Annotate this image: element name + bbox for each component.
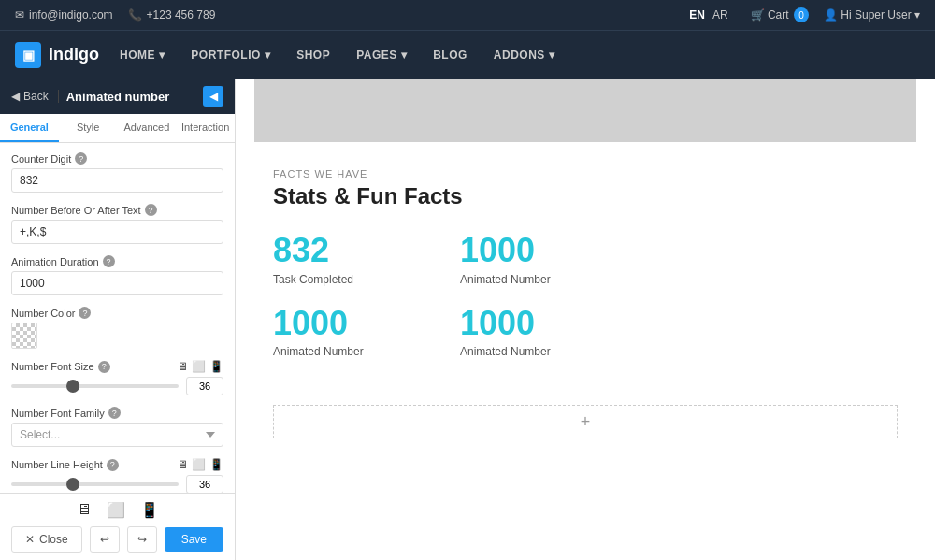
device-icons-line-height: 🖥 ⬜ 📱 xyxy=(177,458,223,471)
tab-style[interactable]: Style xyxy=(59,114,118,142)
font-family-help-icon[interactable]: ? xyxy=(108,407,121,419)
top-bar-right: 🛒 Cart 0 👤 Hi Super User ▾ xyxy=(751,7,920,22)
footer-desktop-icon[interactable]: 🖥 xyxy=(77,501,92,519)
animation-duration-input[interactable] xyxy=(11,271,223,295)
nav-links: HOME ▾ PORTFOLIO ▾ SHOP PAGES ▾ BLOG ADD… xyxy=(107,31,568,79)
number-color-label: Number Color ? xyxy=(11,307,223,319)
counter-digit-input[interactable] xyxy=(11,168,223,193)
logo-text: indigo xyxy=(49,45,99,65)
sidebar-content: Counter Digit ? Number Before Or After T… xyxy=(0,143,235,493)
number-color-help-icon[interactable]: ? xyxy=(79,307,91,319)
top-bar: ✉ info@indigo.com 📞 +123 456 789 EN AR 🛒… xyxy=(0,0,935,30)
plus-icon: + xyxy=(581,412,591,432)
redo-button[interactable]: ↪ xyxy=(127,526,157,553)
stat-number-0: 832 xyxy=(273,232,423,269)
tablet-icon[interactable]: ⬜ xyxy=(192,360,206,373)
stat-label-0: Task Completed xyxy=(273,273,423,286)
back-arrow-icon: ◀ xyxy=(11,90,20,103)
footer-mobile-icon[interactable]: 📱 xyxy=(140,501,159,519)
footer-tablet-icon[interactable]: ⬜ xyxy=(107,501,125,519)
device-icons-font-size: 🖥 ⬜ 📱 xyxy=(177,360,223,373)
tab-advanced[interactable]: Advanced xyxy=(118,114,177,142)
stat-number-1: 1000 xyxy=(460,232,610,269)
mobile-icon-lh[interactable]: 📱 xyxy=(209,458,223,471)
nav-addons[interactable]: ADDONS ▾ xyxy=(481,31,568,79)
font-size-range-group xyxy=(11,377,223,395)
tab-general[interactable]: General xyxy=(0,114,59,142)
desktop-icon-lh[interactable]: 🖥 xyxy=(177,458,188,471)
page-canvas: FACTS WE HAVE Stats & Fun Facts 832 Task… xyxy=(236,79,935,560)
sidebar-title: Animated number xyxy=(66,90,195,104)
counter-digit-label: Counter Digit ? xyxy=(11,152,223,165)
site-logo[interactable]: ▣ indigo xyxy=(15,42,99,68)
font-size-slider[interactable] xyxy=(11,384,179,388)
line-height-slider[interactable] xyxy=(11,482,179,486)
user-menu[interactable]: 👤 Hi Super User ▾ xyxy=(824,8,920,22)
email-icon: ✉ xyxy=(15,8,24,22)
nav-home[interactable]: HOME ▾ xyxy=(107,31,178,79)
email-info: ✉ info@indigo.com xyxy=(15,8,113,22)
save-button[interactable]: Save xyxy=(165,527,223,552)
counter-digit-help-icon[interactable]: ? xyxy=(75,152,87,165)
stats-grid: 832 Task Completed 1000 Animated Number … xyxy=(273,232,610,358)
font-size-value-input[interactable] xyxy=(186,377,223,395)
counter-digit-group: Counter Digit ? xyxy=(11,152,223,193)
facts-eyebrow: FACTS WE HAVE xyxy=(273,168,898,179)
close-button[interactable]: ✕ Close xyxy=(11,526,82,553)
lang-en[interactable]: EN xyxy=(689,8,705,22)
mobile-icon[interactable]: 📱 xyxy=(209,360,223,373)
number-font-family-select[interactable]: Select... xyxy=(11,423,223,447)
footer-buttons: ✕ Close ↩ ↪ Save xyxy=(11,526,223,553)
language-switcher[interactable]: EN AR xyxy=(689,8,727,22)
main-layout: ◀ Back Animated number ◀ General Style A… xyxy=(0,79,935,560)
number-font-size-group: Number Font Size ? 🖥 ⬜ 📱 xyxy=(11,360,223,395)
main-content: FACTS WE HAVE Stats & Fun Facts 832 Task… xyxy=(236,79,935,560)
logo-icon: ▣ xyxy=(15,42,41,68)
lang-ar[interactable]: AR xyxy=(712,8,728,22)
number-font-size-label: Number Font Size ? 🖥 ⬜ 📱 xyxy=(11,360,223,373)
number-color-swatch[interactable] xyxy=(11,323,37,349)
line-height-help-icon[interactable]: ? xyxy=(107,459,119,471)
number-prefix-input[interactable] xyxy=(11,220,223,244)
number-color-group: Number Color ? xyxy=(11,307,223,349)
font-size-help-icon[interactable]: ? xyxy=(98,361,110,373)
stat-label-3: Animated Number xyxy=(460,345,610,358)
tab-interaction[interactable]: Interaction xyxy=(176,114,235,142)
animation-duration-group: Animation Duration ? xyxy=(11,255,223,295)
chevron-left-icon: ◀ xyxy=(209,90,218,103)
number-prefix-label: Number Before Or After Text ? xyxy=(11,204,223,216)
back-button[interactable]: ◀ Back xyxy=(11,90,59,103)
tablet-icon-lh[interactable]: ⬜ xyxy=(192,458,206,471)
cart-badge: 0 xyxy=(794,7,809,22)
sidebar-tabs: General Style Advanced Interaction xyxy=(0,114,235,143)
line-height-range-group xyxy=(11,475,223,493)
add-widget-button[interactable]: + xyxy=(273,405,898,438)
close-icon: ✕ xyxy=(25,533,35,546)
nav-pages[interactable]: PAGES ▾ xyxy=(343,31,420,79)
number-line-height-label: Number Line Height ? 🖥 ⬜ 📱 xyxy=(11,458,223,471)
animation-duration-help-icon[interactable]: ? xyxy=(103,255,115,267)
sidebar-footer: 🖥 ⬜ 📱 ✕ Close ↩ ↪ Save xyxy=(0,493,235,560)
nav-bar: ▣ indigo HOME ▾ PORTFOLIO ▾ SHOP PAGES ▾… xyxy=(0,30,935,79)
number-prefix-help-icon[interactable]: ? xyxy=(145,204,157,216)
number-font-family-group: Number Font Family ? Select... xyxy=(11,407,223,447)
top-bar-contact: ✉ info@indigo.com 📞 +123 456 789 xyxy=(15,8,215,22)
desktop-icon[interactable]: 🖥 xyxy=(177,360,188,373)
nav-shop[interactable]: SHOP xyxy=(283,31,343,79)
stat-label-1: Animated Number xyxy=(460,273,610,286)
footer-device-row: 🖥 ⬜ 📱 xyxy=(11,501,223,519)
stat-label-2: Animated Number xyxy=(273,345,423,358)
nav-blog[interactable]: BLOG xyxy=(420,31,481,79)
stat-number-3: 1000 xyxy=(460,305,610,342)
phone-icon: 📞 xyxy=(128,8,142,22)
gray-banner-section xyxy=(254,79,916,142)
undo-button[interactable]: ↩ xyxy=(90,526,120,553)
stat-item-2: 1000 Animated Number xyxy=(273,305,423,359)
nav-portfolio[interactable]: PORTFOLIO ▾ xyxy=(178,31,283,79)
line-height-value-input[interactable] xyxy=(186,475,223,493)
number-font-family-label: Number Font Family ? xyxy=(11,407,223,419)
cart-link[interactable]: 🛒 Cart 0 xyxy=(751,7,809,22)
collapse-sidebar-button[interactable]: ◀ xyxy=(203,86,223,107)
sidebar-header: ◀ Back Animated number ◀ xyxy=(0,79,235,114)
number-line-height-group: Number Line Height ? 🖥 ⬜ 📱 xyxy=(11,458,223,493)
